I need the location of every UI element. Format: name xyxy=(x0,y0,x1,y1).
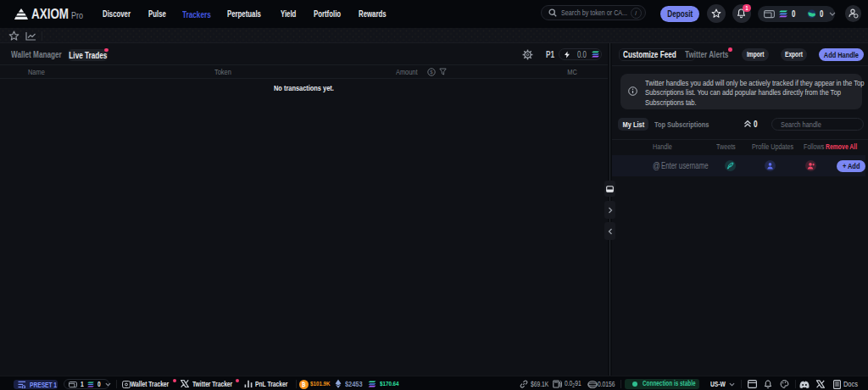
svg-text:$: $ xyxy=(430,70,433,75)
